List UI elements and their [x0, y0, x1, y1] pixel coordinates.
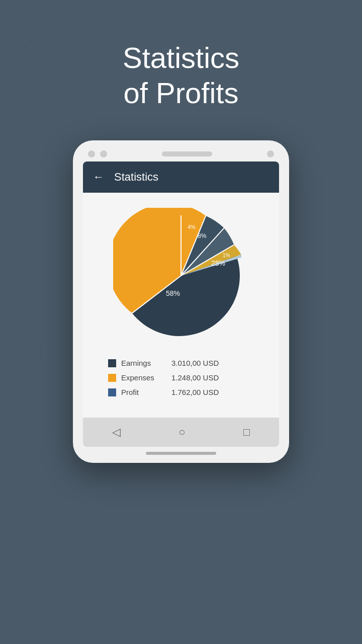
app-screen: ← Statistics — [83, 162, 279, 447]
page-heading: Statistics of Profits — [123, 40, 239, 110]
nav-home-button[interactable]: ○ — [178, 426, 185, 439]
camera-dot-1 — [88, 150, 95, 157]
legend-name-earnings: Earnings — [121, 359, 166, 367]
legend-earnings: Earnings 3.010,00 USD — [108, 359, 254, 367]
legend-value-earnings: 3.010,00 USD — [171, 359, 219, 367]
pie-svg: 58% 28% 8% 4% 1% — [113, 208, 249, 344]
app-header: ← Statistics — [83, 162, 279, 193]
chart-area: 58% 28% 8% 4% 1% — [83, 193, 279, 349]
legend-color-expenses — [108, 374, 116, 382]
pie-chart: 58% 28% 8% 4% 1% — [113, 208, 249, 344]
legend-area: Earnings 3.010,00 USD Expenses 1.248,00 … — [83, 349, 279, 418]
heading-line1: Statistics — [123, 40, 239, 75]
legend-profit: Profit 1.762,00 USD — [108, 388, 254, 396]
legend-color-earnings — [108, 359, 116, 367]
heading-line2: of Profits — [123, 75, 239, 111]
phone-bottom-bar — [146, 452, 216, 455]
phone-speaker — [162, 151, 212, 156]
phone-mockup: ← Statistics — [73, 140, 289, 463]
label-28: 28% — [211, 259, 225, 267]
label-1: 1% — [223, 253, 230, 258]
legend-name-profit: Profit — [121, 388, 166, 396]
bottom-nav: ◁ ○ □ — [83, 418, 279, 447]
legend-expenses: Expenses 1.248,00 USD — [108, 373, 254, 382]
label-8: 8% — [198, 232, 207, 239]
legend-value-expenses: 1.248,00 USD — [171, 373, 219, 382]
nav-back-button[interactable]: ◁ — [112, 426, 121, 439]
camera-dot-3 — [267, 150, 274, 157]
nav-recent-button[interactable]: □ — [243, 426, 250, 439]
legend-color-profit — [108, 388, 116, 396]
label-58: 58% — [166, 289, 180, 297]
label-4: 4% — [188, 224, 196, 230]
camera-dot-2 — [100, 150, 107, 157]
app-title: Statistics — [114, 171, 158, 184]
legend-name-expenses: Expenses — [121, 373, 166, 382]
phone-top-bar — [73, 150, 289, 157]
back-button[interactable]: ← — [93, 171, 104, 184]
camera-group — [88, 150, 107, 157]
legend-value-profit: 1.762,00 USD — [171, 388, 219, 396]
